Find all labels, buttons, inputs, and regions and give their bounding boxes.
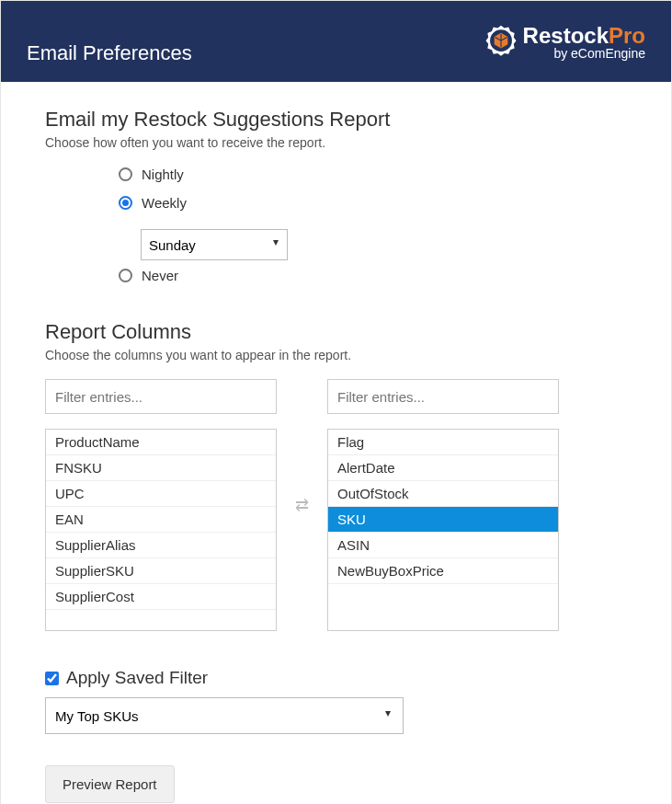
brand-byline: by eComEngine — [523, 47, 645, 61]
saved-filter-select[interactable]: My Top SKUs — [45, 697, 404, 734]
section-title: Report Columns — [45, 320, 627, 344]
list-item[interactable]: EAN — [46, 507, 276, 533]
list-item[interactable]: NewBuyBoxPrice — [328, 558, 558, 584]
radio-weekly[interactable] — [119, 196, 132, 210]
preview-report-button[interactable]: Preview Report — [45, 765, 175, 803]
list-item[interactable]: SKU — [328, 507, 558, 533]
radio-nightly[interactable] — [119, 167, 132, 181]
chosen-columns-panel: FlagAlertDateOutOfStockSKUASINNewBuyBoxP… — [327, 379, 559, 631]
report-columns-section: Report Columns Choose the columns you wa… — [45, 320, 627, 631]
list-item[interactable]: FNSKU — [46, 455, 276, 481]
brand-name: RestockPro — [523, 24, 645, 47]
list-item[interactable]: UPC — [46, 481, 276, 507]
list-item[interactable]: ProductName — [46, 430, 276, 455]
list-item[interactable]: SupplierAlias — [46, 533, 276, 558]
list-item[interactable]: Flag — [328, 430, 558, 455]
radio-weekly-label: Weekly — [142, 195, 187, 211]
gear-cube-icon — [479, 20, 523, 64]
page-header: Email Preferences RestockPro — [1, 1, 671, 82]
saved-filter-section: Apply Saved Filter My Top SKUs — [45, 668, 627, 734]
section-title: Email my Restock Suggestions Report — [45, 108, 627, 132]
available-columns-panel: ProductNameFNSKUUPCEANSupplierAliasSuppl… — [45, 379, 277, 631]
swap-icon[interactable]: ⇄ — [295, 495, 309, 515]
radio-never[interactable] — [119, 269, 132, 282]
chosen-columns-list[interactable]: FlagAlertDateOutOfStockSKUASINNewBuyBoxP… — [328, 430, 558, 630]
weekly-day-select[interactable]: Sunday — [141, 229, 288, 260]
available-filter-input[interactable] — [45, 379, 277, 414]
restock-frequency-section: Email my Restock Suggestions Report Choo… — [45, 108, 627, 283]
list-item[interactable]: SupplierCost — [46, 584, 276, 610]
section-subtitle: Choose how often you want to receive the… — [45, 135, 627, 150]
page-title: Email Preferences — [27, 41, 192, 65]
list-item[interactable]: AlertDate — [328, 455, 558, 481]
list-item[interactable]: ASIN — [328, 533, 558, 558]
radio-never-label: Never — [142, 268, 178, 283]
list-item[interactable]: SupplierSKU — [46, 558, 276, 584]
list-item[interactable]: OutOfStock — [328, 481, 558, 507]
apply-saved-filter-label: Apply Saved Filter — [66, 668, 208, 688]
apply-saved-filter-checkbox[interactable] — [45, 672, 59, 685]
section-subtitle: Choose the columns you want to appear in… — [45, 348, 627, 362]
radio-nightly-label: Nightly — [142, 167, 184, 182]
available-columns-list[interactable]: ProductNameFNSKUUPCEANSupplierAliasSuppl… — [46, 430, 276, 630]
brand-logo: RestockPro by eComEngine — [479, 20, 645, 64]
chosen-filter-input[interactable] — [327, 379, 559, 414]
